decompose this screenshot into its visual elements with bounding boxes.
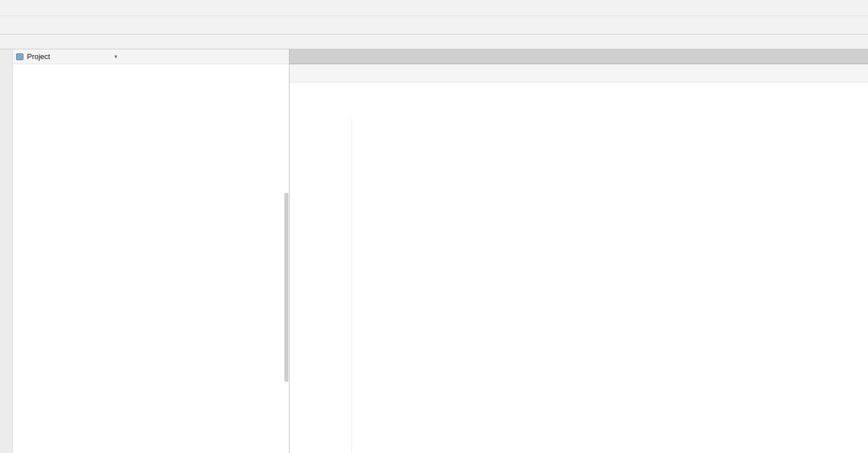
project-panel-header: Project ▼: [13, 49, 289, 64]
tool-window-stripe: [0, 49, 13, 453]
project-icon: [16, 53, 24, 60]
project-panel-title: Project: [27, 52, 50, 61]
breadcrumb: [0, 34, 868, 49]
main-area: Project ▼: [0, 49, 868, 453]
toolbar: [0, 16, 868, 34]
editor-area: [290, 49, 868, 453]
project-panel: Project ▼: [13, 49, 290, 453]
editor-breadcrumb-chips: [290, 64, 868, 83]
ide-window: Project ▼ 后面不提示了，因为少javax.servlet-api: [0, 0, 868, 453]
menu-bar: [0, 0, 868, 16]
indent-guide: [351, 119, 352, 453]
code-editor[interactable]: [290, 83, 868, 453]
tree-scrollbar[interactable]: [284, 193, 288, 382]
editor-tabs: [290, 49, 868, 64]
chevron-down-icon[interactable]: ▼: [113, 54, 118, 60]
